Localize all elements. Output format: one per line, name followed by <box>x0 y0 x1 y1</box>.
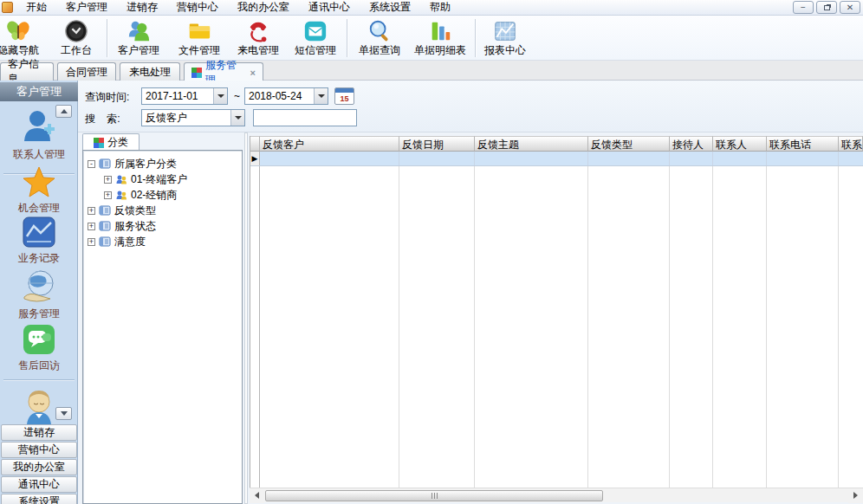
dropdown-arrow-icon[interactable] <box>230 110 244 126</box>
menu-marketing[interactable]: 营销中心 <box>167 0 228 16</box>
menu-communication[interactable]: 通讯中心 <box>299 0 360 16</box>
expand-icon[interactable]: + <box>104 176 112 184</box>
magnifier-icon <box>367 19 393 43</box>
column-header-feedback-customer[interactable]: 反馈客户 <box>260 136 399 152</box>
date-from-select[interactable]: 2017-11-01 <box>141 87 228 105</box>
selected-empty-row[interactable]: ▶ <box>250 152 863 166</box>
feedback-table: 反馈客户 反馈日期 反馈主题 反馈类型 接待人 联系人 联系电话 联系 ▶ <box>250 136 863 488</box>
column-header-feedback-subject[interactable]: 反馈主题 <box>475 136 588 152</box>
doc-detail-button[interactable]: 单据明细表 <box>409 17 471 59</box>
sidebar-group-communication[interactable]: 通讯中心 <box>1 476 77 493</box>
file-mgmt-button[interactable]: 文件管理 <box>172 17 227 59</box>
column-header-feedback-date[interactable]: 反馈日期 <box>399 136 475 152</box>
tab-contract-mgmt[interactable]: 合同管理 <box>57 62 116 81</box>
navigation-sidebar: 客户管理 联系人管理 机会管理 业务记录 服务管理 <box>0 81 78 504</box>
tree-item-terminal-customers[interactable]: + 01-终端客户 <box>83 171 242 187</box>
arrow-down-icon <box>61 411 68 416</box>
report-chart-icon <box>492 19 518 43</box>
sidebar-group-customer[interactable]: 客户管理 <box>0 82 78 101</box>
notebook-icon <box>99 236 111 247</box>
report-center-button[interactable]: 报表中心 <box>478 17 532 59</box>
sidebar-group-office[interactable]: 我的办公室 <box>1 459 77 475</box>
query-panel: 查询时间: 2017-11-01 ~ 2018-05-24 15 搜 索: 反馈… <box>78 81 863 132</box>
query-time-label: 查询时间: <box>85 90 129 105</box>
scroll-left-button[interactable] <box>250 488 264 503</box>
doc-query-button[interactable]: 单据查询 <box>352 17 407 59</box>
dropdown-arrow-icon[interactable] <box>213 88 227 104</box>
workbench-button[interactable]: 工作台 <box>52 17 101 59</box>
column-header-contact[interactable]: 联系人 <box>713 136 767 152</box>
customer-group-icon <box>115 190 127 200</box>
close-button[interactable]: ✕ <box>840 1 860 14</box>
date-to-select[interactable]: 2018-05-24 <box>244 87 328 105</box>
globe-hand-icon <box>21 269 57 304</box>
toolbar-separator <box>347 19 347 57</box>
restore-button[interactable] <box>816 1 837 14</box>
expand-icon[interactable]: + <box>88 207 95 215</box>
sidebar-item-after-sales[interactable]: 售后回访 <box>0 323 78 373</box>
column-header-feedback-type[interactable]: 反馈类型 <box>588 136 670 152</box>
sidebar-item-service-mgmt[interactable]: 服务管理 <box>0 269 78 321</box>
app-icon <box>2 2 13 13</box>
tab-service-mgmt[interactable]: 服务管理 × <box>184 62 263 81</box>
restore-icon <box>824 5 830 10</box>
tab-close-icon[interactable]: × <box>250 68 256 78</box>
person-bow-icon <box>20 388 58 424</box>
horizontal-scrollbar[interactable] <box>250 488 863 502</box>
scroll-right-button[interactable] <box>848 488 863 503</box>
records-chart-icon <box>22 216 56 249</box>
toolbar-separator <box>475 19 476 57</box>
column-header-contact-truncated[interactable]: 联系 <box>839 136 863 152</box>
expand-icon[interactable]: + <box>104 191 112 199</box>
document-tabs: 客户信息 合同管理 来电处理 服务管理 × <box>0 61 863 81</box>
call-mgmt-button[interactable]: 来电管理 <box>230 17 286 59</box>
sidebar-scroll-down-button[interactable] <box>55 407 72 420</box>
dropdown-arrow-icon[interactable] <box>314 88 328 104</box>
search-type-select[interactable]: 反馈客户 <box>141 109 245 126</box>
search-input[interactable] <box>253 109 357 126</box>
sidebar-divider <box>3 379 75 380</box>
search-label: 搜 索: <box>85 112 120 126</box>
clock-icon <box>63 19 89 43</box>
column-header-contact-phone[interactable]: 联系电话 <box>767 136 839 152</box>
sidebar-group-marketing[interactable]: 营销中心 <box>1 442 77 458</box>
customer-group-icon <box>115 174 127 184</box>
tree-tab-category[interactable]: 分类 <box>82 133 140 151</box>
scrollbar-thumb[interactable] <box>265 490 603 501</box>
tree-item-service-status[interactable]: + 服务状态 <box>83 218 242 234</box>
sidebar-item-opportunities[interactable]: 机会管理 <box>0 165 78 216</box>
sidebar-item-business-records[interactable]: 业务记录 <box>0 216 78 266</box>
sidebar-item-contacts[interactable]: 联系人管理 <box>0 107 78 162</box>
customer-mgmt-button[interactable]: 客户管理 <box>111 17 166 59</box>
tree-item-feedback-type[interactable]: + 反馈类型 <box>83 203 242 218</box>
sidebar-group-settings[interactable]: 系统设置 <box>1 494 77 504</box>
main-toolbar: 隐藏导航 工作台 客户管理 文件管理 来电管理 <box>0 16 863 61</box>
expand-icon[interactable]: + <box>88 238 95 246</box>
tab-customer-info[interactable]: 客户信息 <box>0 62 54 81</box>
service-tab-icon <box>191 68 202 78</box>
sms-mgmt-button[interactable]: 短信管理 <box>288 17 343 59</box>
calendar-button[interactable]: 15 <box>334 87 354 105</box>
row-marker-icon: ▶ <box>250 152 260 165</box>
collapse-icon[interactable]: - <box>88 160 95 168</box>
hide-nav-button[interactable]: 隐藏导航 <box>0 17 47 59</box>
table-body-empty <box>250 166 863 488</box>
menu-settings[interactable]: 系统设置 <box>360 0 420 16</box>
menu-office[interactable]: 我的办公室 <box>228 0 299 16</box>
folder-icon <box>186 19 212 43</box>
tree-item-customer-category[interactable]: - 所属客户分类 <box>83 156 242 171</box>
menu-help[interactable]: 帮助 <box>420 0 460 16</box>
arrow-right-icon <box>853 492 858 499</box>
tree-item-distributors[interactable]: + 02-经销商 <box>83 187 242 203</box>
tab-call-handling[interactable]: 来电处理 <box>120 62 180 81</box>
menu-start[interactable]: 开始 <box>16 0 56 16</box>
tree-item-satisfaction[interactable]: + 满意度 <box>83 234 242 249</box>
contact-person-icon <box>21 107 57 145</box>
menu-inventory[interactable]: 进销存 <box>117 0 167 16</box>
expand-icon[interactable]: + <box>88 223 95 230</box>
minimize-button[interactable]: − <box>793 1 814 14</box>
menu-customer[interactable]: 客户管理 <box>56 0 117 16</box>
panel-splitter[interactable] <box>244 132 248 504</box>
sidebar-group-inventory[interactable]: 进销存 <box>1 424 77 441</box>
column-header-receptionist[interactable]: 接待人 <box>670 136 713 152</box>
